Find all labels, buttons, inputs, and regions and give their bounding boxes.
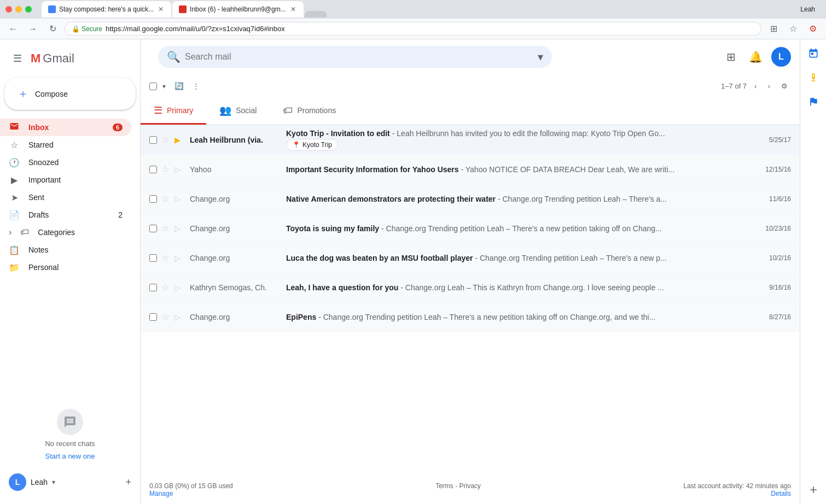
sidebar-item-inbox[interactable]: Inbox 6 — [0, 119, 131, 136]
tab-close-2[interactable]: ✕ — [289, 4, 297, 14]
star-icon-3[interactable]: ☆ — [161, 194, 172, 204]
address-bar[interactable]: 🔒 Secure https://mail.google.com/mail/u/… — [65, 22, 761, 36]
email-preview-4: - Change.org Trending petition Leah – Th… — [381, 224, 662, 233]
search-bar[interactable]: 🔍 ▾ — [158, 46, 552, 68]
email-row[interactable]: ☆ ▷ Yahoo Important Security Information… — [141, 155, 800, 184]
email-checkbox-2[interactable] — [149, 166, 157, 173]
star-icon-5[interactable]: ☆ — [161, 253, 172, 263]
browser-menu-button[interactable]: ⚙ — [805, 21, 821, 37]
email-row[interactable]: ☆ ▷ Change.org Native American demonstra… — [141, 184, 800, 214]
prev-page-button[interactable]: ‹ — [751, 79, 760, 93]
email-subject-5: Luca the dog was beaten by an MSU footba… — [286, 254, 473, 262]
manage-link[interactable]: Manage — [149, 490, 173, 497]
terms-link[interactable]: Terms — [435, 482, 453, 490]
browser-tab-new[interactable] — [305, 11, 327, 17]
expand-icon: › — [9, 227, 11, 237]
compose-button[interactable]: ＋ Compose — [4, 78, 136, 110]
email-row[interactable]: ☆ ▷ Change.org Luca the dog was beaten b… — [141, 243, 800, 273]
email-date-4: 10/23/16 — [758, 225, 791, 232]
email-checkbox-6[interactable] — [149, 284, 157, 291]
gmail-header: 🔍 ▾ ⊞ 🔔 L — [141, 39, 800, 74]
add-account-button[interactable]: + — [125, 477, 131, 488]
star-icon-6[interactable]: ☆ — [161, 282, 172, 292]
email-checkbox-7[interactable] — [149, 313, 157, 321]
back-button[interactable]: ← — [5, 21, 21, 37]
browser-tab-1[interactable]: Stay composed: here's a quick... ✕ — [42, 1, 171, 17]
personal-icon: 📁 — [9, 262, 20, 273]
secure-text: Secure — [82, 25, 102, 33]
tasks-icon-button[interactable] — [804, 92, 823, 112]
star-icon-7[interactable]: ☆ — [161, 312, 172, 322]
forward-button[interactable]: → — [25, 21, 40, 37]
email-preview-5: - Change.org Trending petition Leah – Th… — [475, 254, 666, 262]
select-dropdown-button[interactable]: ▾ — [159, 79, 169, 93]
privacy-link[interactable]: Privacy — [459, 482, 480, 490]
email-checkbox-3[interactable] — [149, 195, 157, 203]
email-checkbox-5[interactable] — [149, 254, 157, 262]
hamburger-button[interactable]: ☰ — [9, 48, 26, 69]
email-preview-7: - Change.org Trending petition Leah – Th… — [318, 313, 655, 321]
search-dropdown-icon[interactable]: ▾ — [538, 50, 543, 63]
email-row[interactable]: ☆ ▶ Leah Heilbrunn (via. Kyoto Trip - In… — [141, 125, 800, 155]
sidebar-item-important[interactable]: ▶ Important — [0, 171, 131, 189]
select-all-checkbox[interactable] — [149, 83, 157, 90]
forward-icon-3: ▷ — [174, 195, 185, 203]
email-row[interactable]: ☆ ▷ Change.org EpiPens - Change.org Tren… — [141, 302, 800, 332]
email-date-2: 12/15/16 — [758, 166, 791, 173]
extensions-button[interactable]: ⊞ — [766, 21, 781, 37]
settings-button[interactable]: ⚙ — [778, 79, 791, 93]
tab-primary[interactable]: ☰ Primary — [141, 98, 206, 125]
star-icon-2[interactable]: ☆ — [161, 164, 172, 174]
star-icon-4[interactable]: ☆ — [161, 223, 172, 233]
email-checkbox-1[interactable] — [149, 136, 157, 144]
sidebar-item-snoozed[interactable]: 🕐 Snoozed — [0, 154, 131, 171]
details-link[interactable]: Details — [771, 490, 791, 497]
sidebar-item-personal[interactable]: 📁 Personal — [0, 259, 131, 276]
email-row[interactable]: ☆ ▷ Kathryn Semogas, Ch. Leah, I have a … — [141, 273, 800, 302]
sidebar-item-notes[interactable]: 📋 Notes — [0, 241, 131, 259]
calendar-icon-button[interactable] — [804, 44, 823, 63]
maximize-traffic-light[interactable] — [25, 6, 32, 13]
notifications-button[interactable]: 🔔 — [744, 46, 767, 68]
next-page-button[interactable]: › — [765, 79, 773, 93]
starred-icon: ☆ — [9, 140, 20, 150]
keep-icon-button[interactable] — [804, 68, 823, 87]
plus-icon-button[interactable] — [804, 480, 823, 500]
email-checkbox-4[interactable] — [149, 225, 157, 232]
main-content: 🔍 ▾ ⊞ 🔔 L ▾ 🔄 ⋮ 1–7 of 7 ‹ › ⚙ — [140, 39, 800, 504]
star-icon-1[interactable]: ☆ — [161, 134, 172, 145]
refresh-email-button[interactable]: 🔄 — [171, 79, 187, 93]
close-traffic-light[interactable] — [5, 6, 12, 13]
sidebar: ☰ M Gmail ＋ Compose Inbox 6 ☆ Starred 🕐 … — [0, 39, 140, 504]
browser-titlebar: Stay composed: here's a quick... ✕ Inbox… — [0, 0, 826, 19]
bookmark-button[interactable]: ☆ — [786, 21, 801, 37]
account-switcher[interactable]: L Leah ▾ + — [0, 469, 140, 495]
minimize-traffic-light[interactable] — [15, 6, 22, 13]
chip-label: Kyoto Trip — [303, 141, 332, 149]
browser-tab-2[interactable]: Inbox (6) - leahheilbrunn9@gm... ✕ — [172, 1, 304, 17]
more-options-button[interactable]: ⋮ — [189, 79, 203, 93]
tab-promotions[interactable]: 🏷 Promotions — [270, 98, 349, 125]
email-sender-1: Leah Heilbrunn (via. — [190, 136, 277, 144]
sidebar-item-drafts[interactable]: 📄 Drafts 2 — [0, 206, 131, 224]
email-subject-preview-5: Luca the dog was beaten by an MSU footba… — [286, 254, 749, 262]
sidebar-item-starred[interactable]: ☆ Starred — [0, 136, 131, 154]
refresh-button[interactable]: ↻ — [45, 21, 60, 37]
inbox-icon — [9, 121, 20, 133]
notes-icon: 📋 — [9, 245, 20, 255]
email-subject-preview-7: EpiPens - Change.org Trending petition L… — [286, 313, 749, 321]
browser-user-label: Leah — [800, 5, 821, 13]
chat-section: No recent chats Start a new one — [0, 400, 140, 469]
email-subject-preview-2: Important Security Information for Yahoo… — [286, 165, 749, 174]
start-new-chat-link[interactable]: Start a new one — [45, 452, 95, 460]
email-row[interactable]: ☆ ▷ Change.org Toyota is suing my family… — [141, 214, 800, 243]
search-input[interactable] — [185, 52, 533, 62]
email-sender-2: Yahoo — [190, 165, 277, 174]
sidebar-item-sent[interactable]: ➤ Sent — [0, 189, 131, 206]
user-avatar[interactable]: L — [771, 47, 791, 67]
tab-close-1[interactable]: ✕ — [157, 4, 165, 14]
categories-expander[interactable]: › 🏷 Categories — [0, 224, 140, 241]
email-date-1: 5/25/17 — [758, 136, 791, 144]
apps-button[interactable]: ⊞ — [722, 46, 740, 68]
tab-social[interactable]: 👥 Social — [206, 98, 270, 125]
